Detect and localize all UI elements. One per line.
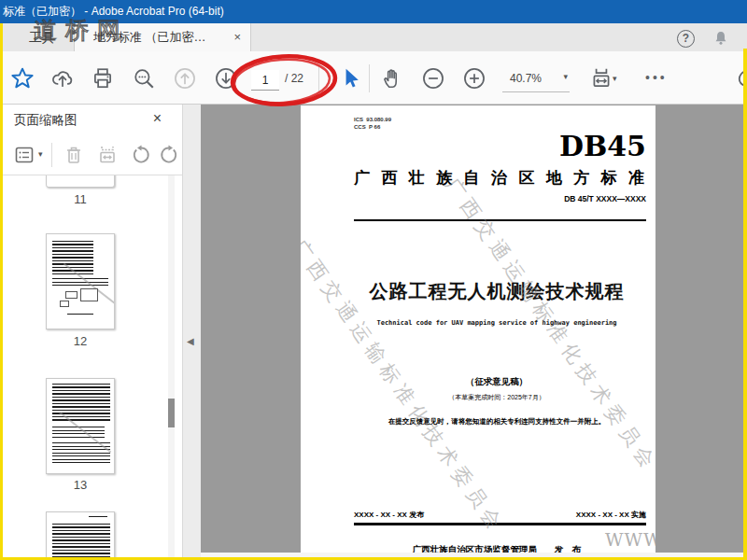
thumbnail-diagram [80, 288, 98, 301]
document-viewport[interactable]: ICS 93.080.99 CCS P 66 DB45 广西壮族自治区地方标准 … [201, 105, 744, 553]
search-icon[interactable] [132, 66, 156, 91]
page-number-input[interactable] [251, 70, 279, 91]
cloud-upload-icon[interactable] [50, 66, 75, 91]
zoom-in-icon[interactable] [462, 66, 486, 91]
window-title: 标准（已加密） - Adobe Acrobat Pro (64-bit) [3, 5, 224, 18]
tab-tools[interactable]: 工具 [10, 23, 74, 51]
window-titlebar[interactable]: 标准（已加密） - Adobe Acrobat Pro (64-bit) [0, 0, 747, 23]
thumbnail-diagram [60, 301, 69, 307]
more-tools-icon[interactable]: ••• [645, 70, 668, 85]
thumbnail-options-caret-icon[interactable]: ▾ [38, 149, 43, 159]
thumbnail-label-11: 11 [46, 192, 115, 206]
page-total-label: / 22 [285, 72, 303, 85]
panel-edge-strip: ◀ [182, 105, 201, 557]
favorite-star-icon[interactable] [10, 66, 35, 91]
panel-close-icon[interactable]: × [153, 110, 162, 127]
thumbnail-label-12: 12 [46, 334, 115, 348]
thumbnail-scrollbar-thumb[interactable] [168, 399, 175, 427]
doc-draft-status: （征求意见稿） [343, 376, 651, 388]
doc-standard-number: DB 45/T XXXX—XXXX [564, 194, 646, 203]
doc-title-cn: 公路工程无人机测绘技术规程 [343, 279, 651, 304]
zoom-level-value: 40.7% [510, 72, 542, 85]
thumbnail-text-lines [52, 278, 108, 285]
thumbnail-caption-line [67, 314, 94, 315]
help-icon[interactable]: ? [677, 30, 695, 48]
thumbnail-label-13: 13 [46, 478, 115, 492]
delete-pages-icon[interactable] [63, 144, 85, 166]
next-page-icon[interactable] [214, 66, 238, 91]
page-thumbnails-panel: 页面缩略图 × ▾ [3, 105, 182, 557]
doc-dates-row: XXXX - XX - XX 发布 XXXX - XX - XX 实施 [354, 510, 646, 520]
thumbnail-text-lines [89, 516, 107, 519]
thumbnail-page-14[interactable] [46, 511, 115, 557]
zoom-caret-icon: ▾ [563, 72, 568, 81]
hand-tool-icon[interactable] [380, 66, 404, 91]
rotate-ccw-icon[interactable] [130, 144, 152, 166]
doc-publisher: 广西壮族自治区市场监督管理局 发 布 [343, 544, 651, 553]
doc-title-en: Technical code for UAV mapping service o… [319, 319, 655, 327]
doc-draft-note: （本草案完成时间：2025年7月） [343, 393, 651, 402]
zoom-level-dropdown[interactable]: 40.7% ▾ [502, 66, 570, 92]
thumbnail-scrollbar[interactable] [168, 175, 175, 557]
panel-title: 页面缩略图 [14, 112, 78, 129]
zoom-out-icon[interactable] [421, 66, 445, 91]
thumbnail-options-icon[interactable] [14, 144, 36, 166]
thumbnail-diagram [65, 291, 78, 299]
tab-document-label: 地方标准 （已加密… [93, 30, 206, 44]
doc-db45-logo: DB45 [559, 130, 646, 163]
border-left [0, 23, 3, 560]
rotate-cw-icon[interactable] [158, 144, 180, 166]
thumbnail-page-12[interactable] [46, 233, 115, 329]
select-tool-icon[interactable] [339, 66, 363, 91]
page-number-box [251, 70, 279, 91]
thumbnail-text-lines [52, 524, 110, 557]
doc-issue-date: XXXX - XX - XX 发布 [354, 511, 424, 519]
fit-width-icon[interactable] [589, 66, 613, 91]
doc-standard-name: 广西壮族自治区地方标准 [354, 167, 655, 189]
doc-patent-note: 在提交反馈意见时，请将您知道的相关专利连同支持性文件一并附上。 [343, 417, 651, 427]
doc-footer-rule [354, 523, 646, 525]
notification-bell-icon[interactable] [712, 28, 730, 49]
main-toolbar: / 22 40.7% ▾ ▾ ••• [3, 51, 743, 105]
acrobat-window: 标准（已加密） - Adobe Acrobat Pro (64-bit) 工具 … [0, 0, 747, 560]
tab-document[interactable]: 地方标准 （已加密… × [74, 23, 251, 51]
thumbnail-page-13[interactable] [46, 378, 115, 474]
thumbnail-text-lines [52, 384, 110, 423]
doc-ics-ccs: ICS 93.080.99 CCS P 66 [354, 116, 391, 131]
thumbnail-page-11[interactable] [46, 175, 115, 188]
previous-page-icon[interactable] [173, 66, 197, 91]
resize-pages-icon[interactable] [96, 144, 119, 166]
thumbnail-toolbar: ▾ [3, 133, 182, 175]
collapse-panel-icon[interactable]: ◀ [187, 336, 194, 346]
border-right [743, 49, 747, 560]
doc-implement-date: XXXX - XX - XX 实施 [576, 510, 646, 520]
tab-bar: 工具 地方标准 （已加密… × ? [3, 23, 743, 51]
pdf-page-1: ICS 93.080.99 CCS P 66 DB45 广西壮族自治区地方标准 … [301, 105, 655, 553]
doc-header-rule [354, 219, 646, 221]
tab-close-icon[interactable]: × [233, 23, 241, 51]
thumbnail-list: 11 12 13 [3, 175, 182, 557]
fit-caret-icon[interactable]: ▾ [613, 74, 617, 83]
print-icon[interactable] [91, 66, 115, 91]
